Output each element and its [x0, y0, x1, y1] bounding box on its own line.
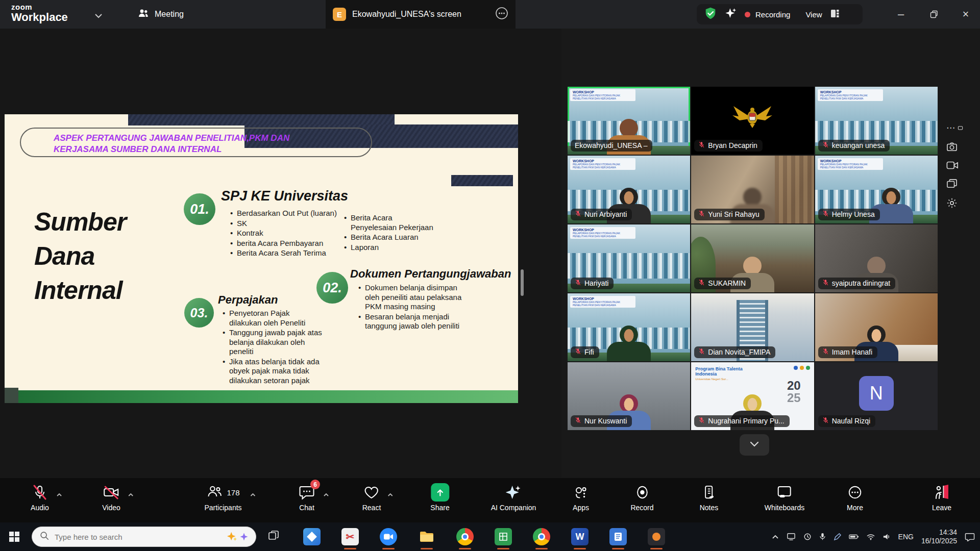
tab-meeting[interactable]: Meeting: [130, 0, 191, 29]
snipping-tool-app-icon[interactable]: ✂: [341, 528, 359, 545]
participant-tile[interactable]: Bryan Decaprin: [691, 87, 814, 155]
display-icon[interactable]: [787, 533, 796, 541]
chevron-up-icon[interactable]: [250, 490, 256, 499]
section-number-badge: 01.: [184, 193, 215, 225]
section-bullets: Berdasarkan Out Put (luaran) SK Kontrak …: [230, 209, 355, 259]
taskbar-search[interactable]: [32, 527, 256, 547]
minimize-button[interactable]: –: [886, 0, 916, 29]
start-button[interactable]: [0, 522, 29, 551]
media-app-icon[interactable]: [648, 528, 665, 545]
language-indicator[interactable]: ENG: [898, 533, 914, 541]
more-options-icon[interactable]: ⋯: [946, 122, 963, 133]
react-button[interactable]: React: [362, 483, 381, 512]
search-input[interactable]: [55, 533, 222, 541]
tab-meeting-label: Meeting: [155, 10, 184, 19]
video-button[interactable]: Video: [102, 483, 120, 512]
slide-side-title: Sumber Dana Internal: [34, 205, 126, 308]
notification-icon[interactable]: [965, 532, 975, 541]
apps-icon: [573, 483, 589, 502]
share-button[interactable]: Share: [430, 483, 449, 512]
presentation-slide: ASPEK PERTANGUNG JAWABAN PENELITIAN,PKM …: [5, 114, 518, 403]
word-app-icon[interactable]: W: [571, 528, 589, 545]
pen-icon[interactable]: [834, 533, 841, 541]
photos-app-icon[interactable]: [303, 528, 321, 545]
photo-camera-icon[interactable]: [946, 142, 958, 152]
record-button[interactable]: Record: [630, 483, 653, 512]
chevron-up-icon[interactable]: [387, 490, 393, 499]
notes-button[interactable]: Notes: [700, 483, 719, 512]
participants-icon: [206, 484, 223, 501]
chrome-app-icon[interactable]: [456, 528, 474, 545]
participant-tile[interactable]: WORKSHOPPELAPORAN DAN PENYITORAN PAJAKPE…: [815, 87, 938, 155]
participant-tile[interactable]: syaiputra diningrat: [815, 224, 938, 292]
mic-muted-icon: [698, 210, 705, 218]
scrollbar-thumb[interactable]: [521, 269, 524, 296]
participant-grid: WORKSHOPPELAPORAN DAN PENYITORAN PAJAKPE…: [568, 87, 938, 430]
share-tab-title: Ekowahyudi_UNESA's screen: [352, 10, 489, 19]
participant-tile[interactable]: WORKSHOPPELAPORAN DAN PENYITORAN PAJAKPE…: [568, 87, 690, 155]
task-view-icon[interactable]: [267, 530, 280, 544]
volume-icon[interactable]: [883, 533, 891, 540]
audio-button[interactable]: Audio: [31, 483, 49, 512]
tile-slide-year: 20 25: [787, 380, 801, 404]
taskbar-clock[interactable]: 14:34 16/10/2025: [921, 528, 957, 545]
section-number-badge: 02.: [316, 272, 348, 304]
zoom-app-icon[interactable]: [380, 528, 397, 545]
tile-slide-logos: [794, 366, 810, 370]
tray-expand-icon[interactable]: [772, 535, 779, 539]
ellipsis-icon[interactable]: [495, 7, 508, 22]
section-number-badge: 03.: [184, 298, 214, 328]
participant-tile[interactable]: Dian Novita_FMIPA: [691, 293, 814, 361]
file-explorer-icon[interactable]: [418, 528, 435, 545]
view-button-label[interactable]: View: [805, 10, 822, 19]
participant-tile[interactable]: Nur Kuswanti: [568, 362, 690, 430]
close-button[interactable]: ×: [950, 0, 980, 29]
more-button[interactable]: More: [847, 483, 863, 512]
windows-layout-icon[interactable]: [946, 179, 958, 189]
restore-button[interactable]: [919, 0, 949, 29]
document-app-icon[interactable]: [609, 528, 627, 545]
battery-icon[interactable]: [849, 534, 859, 540]
participants-button[interactable]: 178 Participants: [204, 483, 241, 512]
gear-icon[interactable]: [946, 197, 958, 209]
view-layout-icon[interactable]: [829, 8, 841, 21]
participant-tile[interactable]: WORKSHOPPELAPORAN DAN PENYITORAN PAJAKPE…: [568, 293, 690, 361]
participant-tile[interactable]: Program Bina Talenta Indonesia Universit…: [691, 362, 814, 430]
participant-tile[interactable]: SUKARMIN: [691, 224, 814, 292]
copilot-sparkle-icon[interactable]: [227, 531, 249, 542]
mic-muted-icon: [575, 348, 581, 356]
participant-name-chip: Naufal Rizqi: [818, 415, 875, 427]
ai-companion-button[interactable]: AI Companion: [491, 483, 536, 512]
apps-button[interactable]: Apps: [573, 483, 589, 512]
participant-tile[interactable]: Imam Hanafi: [815, 293, 938, 361]
meeting-status-pill: Recording View: [697, 4, 863, 24]
tab-screen-share[interactable]: E Ekowahyudi_UNESA's screen: [326, 0, 516, 29]
video-camera-icon[interactable]: [946, 161, 959, 170]
mic-muted-icon: [822, 210, 829, 218]
green-app-icon[interactable]: [495, 528, 512, 545]
sparkle-ai-icon[interactable]: [724, 7, 738, 22]
participant-tile[interactable]: WORKSHOPPELAPORAN DAN PENYITORAN PAJAKPE…: [568, 224, 690, 292]
whiteboards-button[interactable]: Whiteboards: [765, 483, 805, 512]
chat-button[interactable]: 6 Chat: [299, 483, 315, 512]
participant-tile[interactable]: WORKSHOPPELAPORAN DAN PENYITORAN PAJAKPE…: [815, 156, 938, 223]
chrome-app-icon[interactable]: [533, 528, 550, 545]
workplace-logo-text: Workplace: [11, 12, 68, 23]
security-shield-icon[interactable]: [704, 7, 717, 22]
chevron-up-icon[interactable]: [128, 490, 134, 499]
sync-icon[interactable]: [803, 533, 812, 541]
participant-tile[interactable]: Yuni Sri Rahayu: [691, 156, 814, 223]
participant-name-chip: Yuni Sri Rahayu: [694, 209, 764, 220]
chevron-up-icon[interactable]: [56, 490, 62, 499]
mic-tray-icon[interactable]: [819, 533, 826, 541]
chevron-down-icon[interactable]: [94, 11, 103, 20]
leave-button[interactable]: Leave: [932, 483, 951, 512]
section-bullets-col2: Berita Acara Penyelesaian Pekerjaan Beri…: [344, 213, 435, 253]
participant-tile[interactable]: WORKSHOPPELAPORAN DAN PENYITORAN PAJAKPE…: [568, 156, 690, 223]
network-icon[interactable]: [867, 534, 875, 540]
virtual-bg-banner: WORKSHOPPELAPORAN DAN PENYITORAN PAJAKPE…: [570, 227, 635, 239]
participant-name-chip: Hariyati: [571, 278, 614, 289]
participant-tile[interactable]: N Naufal Rizqi: [815, 362, 938, 430]
chevron-up-icon[interactable]: [323, 490, 329, 499]
scroll-participants-button[interactable]: [740, 434, 769, 456]
